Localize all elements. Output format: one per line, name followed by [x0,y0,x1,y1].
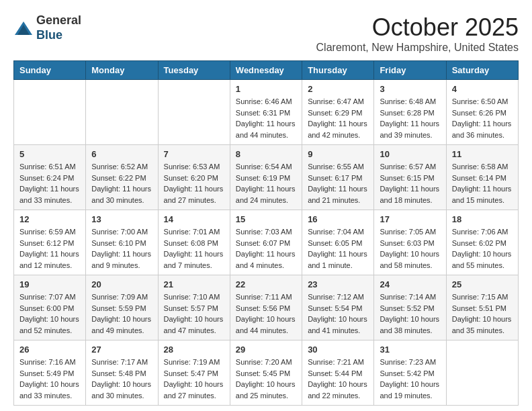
day-info: Sunrise: 7:05 AMSunset: 6:03 PMDaylight:… [380,226,440,271]
day-number: 30 [308,345,368,355]
day-number: 22 [236,279,296,289]
day-number: 3 [380,84,440,94]
calendar-cell: 9Sunrise: 6:55 AMSunset: 6:17 PMDaylight… [302,145,374,210]
page-header: General Blue October 2025 Claremont, New… [13,13,519,54]
day-info: Sunrise: 7:21 AMSunset: 5:44 PMDaylight:… [308,357,368,401]
day-number: 25 [452,279,513,289]
calendar-cell: 23Sunrise: 7:12 AMSunset: 5:54 PMDayligh… [302,275,374,340]
calendar-cell: 12Sunrise: 6:59 AMSunset: 6:12 PMDayligh… [14,210,86,275]
title-block: October 2025 Claremont, New Hampshire, U… [316,13,519,54]
col-thursday: Thursday [302,61,374,80]
location: Claremont, New Hampshire, United States [316,42,519,54]
day-number: 24 [380,279,440,289]
day-number: 31 [380,345,440,355]
day-number: 20 [91,279,152,289]
day-info: Sunrise: 7:16 AMSunset: 5:49 PMDaylight:… [19,357,80,401]
calendar-cell: 8Sunrise: 6:54 AMSunset: 6:19 PMDaylight… [230,145,302,210]
day-info: Sunrise: 6:57 AMSunset: 6:15 PMDaylight:… [380,161,440,205]
day-number: 5 [19,149,80,159]
day-info: Sunrise: 6:58 AMSunset: 6:14 PMDaylight:… [452,161,513,205]
day-number: 17 [380,214,440,224]
day-number: 14 [164,214,224,224]
col-monday: Monday [86,61,158,80]
calendar-cell: 5Sunrise: 6:51 AMSunset: 6:24 PMDaylight… [14,145,86,210]
calendar-cell: 28Sunrise: 7:19 AMSunset: 5:47 PMDayligh… [158,340,230,406]
logo: General Blue [13,13,81,42]
day-number: 4 [452,84,513,94]
day-number: 7 [164,149,224,159]
calendar-cell: 14Sunrise: 7:01 AMSunset: 6:08 PMDayligh… [158,210,230,275]
day-info: Sunrise: 7:15 AMSunset: 5:51 PMDaylight:… [452,291,513,336]
calendar-cell: 31Sunrise: 7:23 AMSunset: 5:42 PMDayligh… [374,340,446,406]
col-wednesday: Wednesday [230,61,302,80]
day-info: Sunrise: 6:47 AMSunset: 6:29 PMDaylight:… [308,96,368,140]
col-friday: Friday [374,61,446,80]
calendar-cell: 30Sunrise: 7:21 AMSunset: 5:44 PMDayligh… [302,340,374,406]
day-info: Sunrise: 7:23 AMSunset: 5:42 PMDaylight:… [380,357,440,401]
day-info: Sunrise: 7:17 AMSunset: 5:48 PMDaylight:… [91,357,152,401]
calendar-cell: 22Sunrise: 7:11 AMSunset: 5:56 PMDayligh… [230,275,302,340]
day-info: Sunrise: 6:55 AMSunset: 6:17 PMDaylight:… [308,161,368,205]
day-info: Sunrise: 7:04 AMSunset: 6:05 PMDaylight:… [308,226,368,271]
calendar-cell [158,80,230,145]
calendar-cell: 18Sunrise: 7:06 AMSunset: 6:02 PMDayligh… [446,210,518,275]
day-number: 1 [236,84,296,94]
day-number: 23 [308,279,368,289]
calendar-cell: 13Sunrise: 7:00 AMSunset: 6:10 PMDayligh… [86,210,158,275]
calendar-header-row: Sunday Monday Tuesday Wednesday Thursday… [14,61,519,80]
col-saturday: Saturday [446,61,518,80]
day-number: 27 [91,345,152,355]
day-number: 18 [452,214,513,224]
day-info: Sunrise: 6:59 AMSunset: 6:12 PMDaylight:… [19,226,80,271]
logo-general: General [36,13,81,28]
day-info: Sunrise: 7:00 AMSunset: 6:10 PMDaylight:… [91,226,152,271]
calendar-cell: 24Sunrise: 7:14 AMSunset: 5:52 PMDayligh… [374,275,446,340]
calendar-week-2: 5Sunrise: 6:51 AMSunset: 6:24 PMDaylight… [14,145,519,210]
day-number: 11 [452,149,513,159]
day-info: Sunrise: 6:52 AMSunset: 6:22 PMDaylight:… [91,161,152,205]
day-info: Sunrise: 7:06 AMSunset: 6:02 PMDaylight:… [452,226,513,271]
day-number: 2 [308,84,368,94]
col-tuesday: Tuesday [158,61,230,80]
day-info: Sunrise: 7:12 AMSunset: 5:54 PMDaylight:… [308,291,368,336]
calendar-cell [446,340,518,406]
calendar-cell [14,80,86,145]
calendar-cell: 15Sunrise: 7:03 AMSunset: 6:07 PMDayligh… [230,210,302,275]
day-info: Sunrise: 7:01 AMSunset: 6:08 PMDaylight:… [164,226,224,271]
month-title: October 2025 [316,13,519,42]
calendar-cell: 17Sunrise: 7:05 AMSunset: 6:03 PMDayligh… [374,210,446,275]
day-number: 6 [91,149,152,159]
day-info: Sunrise: 7:19 AMSunset: 5:47 PMDaylight:… [164,357,224,401]
day-info: Sunrise: 6:46 AMSunset: 6:31 PMDaylight:… [236,96,296,140]
calendar-week-4: 19Sunrise: 7:07 AMSunset: 6:00 PMDayligh… [14,275,519,340]
calendar-week-5: 26Sunrise: 7:16 AMSunset: 5:49 PMDayligh… [14,340,519,406]
calendar-cell: 11Sunrise: 6:58 AMSunset: 6:14 PMDayligh… [446,145,518,210]
calendar-cell: 27Sunrise: 7:17 AMSunset: 5:48 PMDayligh… [86,340,158,406]
day-number: 16 [308,214,368,224]
calendar-cell: 20Sunrise: 7:09 AMSunset: 5:59 PMDayligh… [86,275,158,340]
calendar-cell: 10Sunrise: 6:57 AMSunset: 6:15 PMDayligh… [374,145,446,210]
day-info: Sunrise: 7:11 AMSunset: 5:56 PMDaylight:… [236,291,296,336]
calendar-week-1: 1Sunrise: 6:46 AMSunset: 6:31 PMDaylight… [14,80,519,145]
day-number: 13 [91,214,152,224]
day-number: 29 [236,345,296,355]
day-info: Sunrise: 7:07 AMSunset: 6:00 PMDaylight:… [19,291,80,336]
calendar-cell: 19Sunrise: 7:07 AMSunset: 6:00 PMDayligh… [14,275,86,340]
day-number: 21 [164,279,224,289]
day-info: Sunrise: 6:54 AMSunset: 6:19 PMDaylight:… [236,161,296,205]
day-number: 10 [380,149,440,159]
calendar-cell: 16Sunrise: 7:04 AMSunset: 6:05 PMDayligh… [302,210,374,275]
calendar-cell: 1Sunrise: 6:46 AMSunset: 6:31 PMDaylight… [230,80,302,145]
day-info: Sunrise: 6:51 AMSunset: 6:24 PMDaylight:… [19,161,80,205]
calendar-cell: 2Sunrise: 6:47 AMSunset: 6:29 PMDaylight… [302,80,374,145]
day-info: Sunrise: 6:48 AMSunset: 6:28 PMDaylight:… [380,96,440,140]
calendar-cell: 4Sunrise: 6:50 AMSunset: 6:26 PMDaylight… [446,80,518,145]
day-number: 12 [19,214,80,224]
day-number: 15 [236,214,296,224]
calendar-week-3: 12Sunrise: 6:59 AMSunset: 6:12 PMDayligh… [14,210,519,275]
day-info: Sunrise: 7:20 AMSunset: 5:45 PMDaylight:… [236,357,296,401]
day-info: Sunrise: 7:10 AMSunset: 5:57 PMDaylight:… [164,291,224,336]
calendar-cell: 29Sunrise: 7:20 AMSunset: 5:45 PMDayligh… [230,340,302,406]
calendar-cell: 26Sunrise: 7:16 AMSunset: 5:49 PMDayligh… [14,340,86,406]
calendar-cell: 3Sunrise: 6:48 AMSunset: 6:28 PMDaylight… [374,80,446,145]
